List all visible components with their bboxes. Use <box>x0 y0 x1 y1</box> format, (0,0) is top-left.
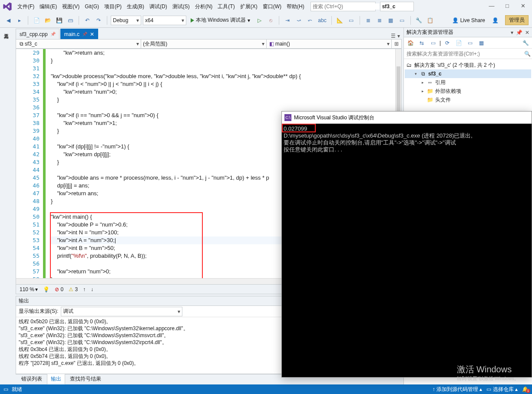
attach-icon[interactable]: ⎋ <box>266 16 275 25</box>
console-body[interactable]: 0.027099 D:\mysetup\gopath\src\dsy\sf3_c… <box>282 124 532 155</box>
output-source-combo[interactable]: 调试▾ <box>61 307 182 316</box>
solex-props-icon[interactable]: 🔧 <box>521 38 530 48</box>
tree-twisty-icon[interactable]: ▸ <box>420 87 425 95</box>
console-logo-icon: C:\ <box>284 114 291 121</box>
step-icon[interactable]: ⇥ <box>283 16 292 25</box>
split-editor-icon[interactable]: ⊞ <box>392 39 401 48</box>
menu-search-input[interactable] <box>311 3 380 10</box>
menu-item[interactable]: 分析(N) <box>192 2 215 11</box>
left-tool-rail[interactable]: 工具箱 <box>0 28 10 288</box>
minimize-button[interactable]: — <box>484 1 499 10</box>
menu-item[interactable]: 生成(B) <box>124 2 147 11</box>
solex-tb-icon[interactable]: ⇆ <box>417 38 426 48</box>
tb-icon-7[interactable]: ▭ <box>397 16 407 25</box>
scope-member-combo[interactable]: ◧main()▾ <box>267 39 392 48</box>
tool-tab[interactable]: 输出 <box>47 374 65 384</box>
menu-item[interactable]: 编辑(E) <box>37 2 59 11</box>
new-project-icon[interactable]: 📄 <box>32 16 41 25</box>
feedback-icon[interactable]: 👤 <box>490 16 500 25</box>
live-share-button[interactable]: 👤Live Share <box>449 17 488 23</box>
method-icon: ◧ <box>268 40 275 47</box>
menu-item[interactable]: 文件(F) <box>15 2 37 11</box>
nav-down-icon[interactable]: ↓ <box>91 286 93 292</box>
nav-fwd-button[interactable]: ▸ <box>15 16 24 25</box>
solex-tb-icon-2[interactable]: ▭ <box>428 38 438 48</box>
lightbulb-icon[interactable]: 💡 <box>43 286 50 292</box>
notification-bell-icon[interactable]: 🔔1 <box>522 386 529 392</box>
solex-refresh-icon[interactable]: ⟳ <box>443 38 452 48</box>
startup-project-box[interactable]: sf3_c <box>380 2 414 11</box>
platform-combo[interactable]: x64▾ <box>143 16 186 25</box>
tb-icon-8[interactable]: 🔧 <box>414 16 424 25</box>
menu-item[interactable]: 扩展(X) <box>238 2 260 11</box>
solex-tb-icon-4[interactable]: ▭ <box>465 38 475 48</box>
menu-item[interactable]: 测试(S) <box>170 2 192 11</box>
tb-icon-1[interactable]: abc <box>317 16 327 25</box>
solex-home-icon[interactable]: 🏠 <box>406 38 415 48</box>
menu-search[interactable]: 🔍 <box>311 2 376 11</box>
start-debug-button[interactable]: 本地 Windows 调试器▾ <box>188 16 253 25</box>
debug-console-window[interactable]: C:\ Microsoft Visual Studio 调试控制台 0.0270… <box>281 111 532 378</box>
tab-close-icon[interactable]: ✕ <box>90 31 94 37</box>
menu-item[interactable]: 窗口(W) <box>260 2 284 11</box>
solex-search-input[interactable] <box>404 51 522 57</box>
tab-dropdown-icon[interactable]: ▾ <box>397 33 400 39</box>
document-tab[interactable]: main.c📌✕ <box>60 29 98 39</box>
redo-icon[interactable]: ↷ <box>94 16 103 25</box>
menu-item[interactable]: 视图(V) <box>59 2 82 11</box>
solex-dropdown-icon[interactable]: ▾ <box>511 30 513 36</box>
tree-node[interactable]: ▸▫▫引用 <box>405 78 531 87</box>
scope-type-combo[interactable]: (全局范围)▾ <box>141 39 266 48</box>
warning-count[interactable]: ⚠ 3 <box>69 286 78 292</box>
pin-icon[interactable]: 📌 <box>50 32 56 36</box>
status-select-repo[interactable]: ▭ 选择仓库 ▴ <box>486 386 518 393</box>
nav-up-icon[interactable]: ↑ <box>83 286 86 292</box>
zoom-combo[interactable]: 110 % ▾ <box>20 286 38 292</box>
menu-item[interactable]: Git(G) <box>82 2 102 11</box>
solex-showall-icon[interactable]: ▦ <box>476 38 486 48</box>
menu-item[interactable]: 帮助(H) <box>284 2 307 11</box>
nav-back-button[interactable]: ◀ <box>3 16 13 25</box>
tree-twisty-icon[interactable]: ▸ <box>420 78 425 87</box>
solex-search[interactable]: 🔍 <box>404 49 532 59</box>
tab-overflow-icon[interactable]: ☰ <box>391 33 396 39</box>
tb-icon-6[interactable]: ▦ <box>386 16 396 25</box>
solex-tb-icon-3[interactable]: 📄 <box>454 38 463 48</box>
tree-twisty-icon[interactable]: ▾ <box>413 69 418 78</box>
close-button[interactable]: ✕ <box>515 1 530 10</box>
undo-icon[interactable]: ↶ <box>83 16 92 25</box>
save-icon[interactable]: 💾 <box>54 16 64 25</box>
tab-label: sf3_cpp.cpp <box>20 31 48 37</box>
menu-item[interactable]: 工具(T) <box>215 2 237 11</box>
pin-icon[interactable]: 📌 <box>82 32 87 36</box>
save-all-icon[interactable]: 🗃 <box>66 16 75 25</box>
status-add-src[interactable]: ↑ 添加到源代码管理 ▴ <box>433 386 482 393</box>
tb-icon-4[interactable]: ≣ <box>363 16 373 25</box>
tb-icon-2[interactable]: 📐 <box>335 16 345 25</box>
config-combo[interactable]: Debug▾ <box>111 16 141 25</box>
error-count[interactable]: ⊘ 0 <box>55 286 63 292</box>
scope-project-combo[interactable]: ⧉sf3_c▾ <box>16 39 141 48</box>
tree-node[interactable]: 📁头文件 <box>405 95 531 104</box>
step-out-icon[interactable]: ⤺ <box>305 16 315 25</box>
solution-root[interactable]: 🗂 解决方案 'sf3_c' (2 个项目, 共 2 个) <box>405 61 531 69</box>
tb-icon-9[interactable]: 📋 <box>426 16 435 25</box>
tool-tab[interactable]: 错误列表 <box>17 374 46 384</box>
document-tab[interactable]: sf3_cpp.cpp📌 <box>16 29 59 39</box>
tb-icon-3[interactable]: ▭ <box>347 16 356 25</box>
step-over-icon[interactable]: ⤻ <box>294 16 304 25</box>
tb-icon-5[interactable]: ≣ <box>375 16 384 25</box>
console-titlebar[interactable]: C:\ Microsoft Visual Studio 调试控制台 <box>282 112 532 124</box>
menu-item[interactable]: 调试(D) <box>147 2 170 11</box>
tree-node[interactable]: ▾⧉sf3_c <box>405 69 531 78</box>
start-without-debug-icon[interactable]: ▷ <box>254 16 264 25</box>
tree-node[interactable]: ▸📁外部依赖项 <box>405 87 531 95</box>
menu-item[interactable]: 项目(P) <box>102 2 124 11</box>
solex-pin-icon[interactable]: 📌 <box>516 30 522 36</box>
maximize-button[interactable]: □ <box>500 1 515 10</box>
tool-tab[interactable]: 查找符号结果 <box>66 374 105 384</box>
open-icon[interactable]: 📂 <box>43 16 53 25</box>
status-bar: ▭就绪 ↑ 添加到源代码管理 ▴ ▭ 选择仓库 ▴ 🔔1 <box>0 384 532 394</box>
tab-label: main.c <box>64 31 79 37</box>
solex-close-icon[interactable]: ✕ <box>525 30 529 36</box>
